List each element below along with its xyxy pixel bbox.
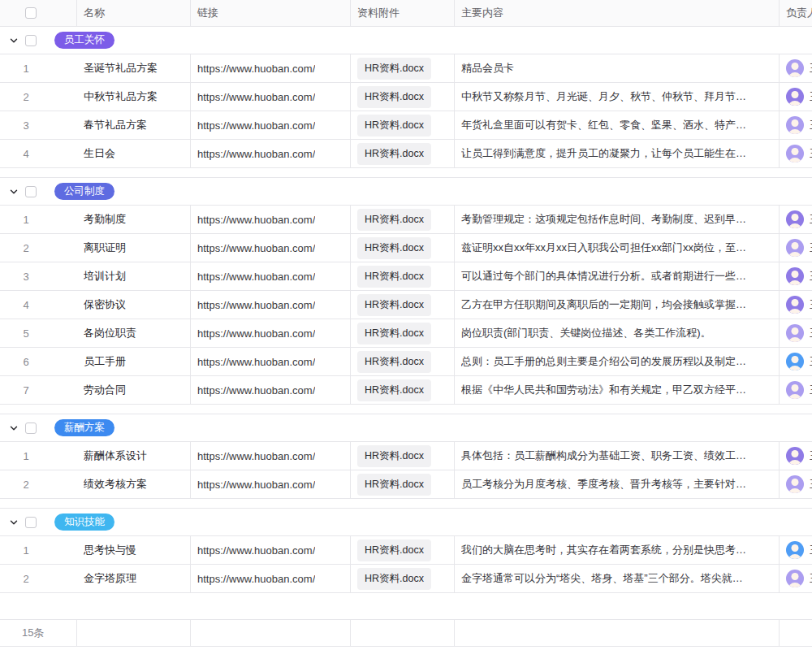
name-cell[interactable]: 1 考勤制度 [0,206,191,233]
link-cell[interactable]: https://www.huoban.com/ [191,111,351,139]
attachment-cell[interactable]: HR资料.docx [351,206,455,233]
attachment-chip[interactable]: HR资料.docx [357,143,431,165]
name-cell[interactable]: 1 薪酬体系设计 [0,442,191,470]
link-cell[interactable]: https://www.huoban.com/ [191,348,351,375]
column-header-content[interactable]: 主要内容 [455,0,780,26]
attachment-chip[interactable]: HR资料.docx [357,237,431,259]
column-header-name[interactable]: 名称 [77,0,191,26]
name-cell[interactable]: 1 思考快与慢 [0,536,191,564]
column-header-attachment[interactable]: 资料附件 [351,0,455,26]
content-cell[interactable]: 乙方在甲方任职期间及离职后的一定期间，均会接触或掌握… [455,291,780,318]
chevron-down-icon[interactable] [9,36,19,46]
column-header-owner[interactable]: 负责人 [780,0,812,26]
owner-cell[interactable]: 王 [780,54,812,82]
name-cell[interactable]: 6 员工手册 [0,348,191,375]
link-cell[interactable]: https://www.huoban.com/ [191,83,351,110]
link-cell[interactable]: https://www.huoban.com/ [191,536,351,564]
owner-cell[interactable]: 王 [780,536,812,564]
owner-cell[interactable]: 王 [780,83,812,110]
content-cell[interactable]: 我们的大脑在思考时，其实存在着两套系统，分别是快思考… [455,536,780,564]
content-cell[interactable]: 考勤管理规定：这项规定包括作息时间、考勤制度、迟到早… [455,206,780,233]
column-header-link[interactable]: 链接 [191,0,351,26]
attachment-chip[interactable]: HR资料.docx [357,474,431,496]
name-cell[interactable]: 4 保密协议 [0,291,191,318]
link-cell[interactable]: https://www.huoban.com/ [191,262,351,290]
name-cell[interactable]: 2 绩效考核方案 [0,470,191,498]
content-cell[interactable]: 岗位职责(部门职责、关键岗位描述、各类工作流程)。 [455,319,780,347]
owner-cell[interactable]: 王 [780,111,812,139]
attachment-cell[interactable]: HR资料.docx [351,442,455,470]
content-cell[interactable]: 具体包括：员工薪酬构成分为基础工资、职务工资、绩效工… [455,442,780,470]
name-cell[interactable]: 2 金字塔原理 [0,565,191,592]
group-checkbox[interactable] [25,422,37,434]
owner-cell[interactable]: 王 [780,442,812,470]
owner-cell[interactable]: 王 [780,234,812,262]
content-cell[interactable]: 让员工得到满意度，提升员工的凝聚力，让每个员工能生在… [455,140,780,167]
owner-cell[interactable]: 王 [780,319,812,347]
owner-cell[interactable]: 王 [780,291,812,318]
attachment-cell[interactable]: HR资料.docx [351,111,455,139]
owner-cell[interactable]: 王 [780,348,812,375]
owner-cell[interactable]: 王 [780,470,812,498]
content-cell[interactable]: 根据《中华人民共和国劳动法》和有关规定，甲乙双方经平… [455,376,780,404]
owner-cell[interactable]: 王 [780,206,812,233]
attachment-cell[interactable]: HR资料.docx [351,470,455,498]
owner-cell[interactable]: 王 [780,262,812,290]
attachment-chip[interactable]: HR资料.docx [357,379,431,401]
attachment-chip[interactable]: HR资料.docx [357,445,431,467]
link-cell[interactable]: https://www.huoban.com/ [191,206,351,233]
attachment-chip[interactable]: HR资料.docx [357,266,431,288]
attachment-cell[interactable]: HR资料.docx [351,319,455,347]
group-header[interactable]: 公司制度 [0,178,812,206]
attachment-chip[interactable]: HR资料.docx [357,294,431,316]
chevron-down-icon[interactable] [9,518,19,527]
attachment-chip[interactable]: HR资料.docx [357,115,431,136]
attachment-cell[interactable]: HR资料.docx [351,234,455,262]
content-cell[interactable]: 中秋节又称祭月节、月光诞、月夕、秋节、仲秋节、拜月节… [455,83,780,110]
content-cell[interactable]: 兹证明xx自xx年xx月xx日入职我公司担任xx部门xx岗位，至… [455,234,780,262]
content-cell[interactable]: 年货礼盒里面可以有贺卡、红包、零食、坚果、酒水、特产… [455,111,780,139]
attachment-cell[interactable]: HR资料.docx [351,262,455,290]
attachment-cell[interactable]: HR资料.docx [351,83,455,110]
link-cell[interactable]: https://www.huoban.com/ [191,140,351,167]
group-header[interactable]: 知识技能 [0,509,812,536]
group-checkbox[interactable] [25,186,37,197]
name-cell[interactable]: 5 各岗位职责 [0,319,191,347]
content-cell[interactable]: 金字塔通常可以分为“塔尖、塔身、塔基”三个部分。塔尖就… [455,565,780,592]
attachment-chip[interactable]: HR资料.docx [357,323,431,344]
attachment-chip[interactable]: HR资料.docx [357,58,431,80]
attachment-cell[interactable]: HR资料.docx [351,140,455,167]
name-cell[interactable]: 1 圣诞节礼品方案 [0,54,191,82]
group-header[interactable]: 薪酬方案 [0,414,812,442]
name-cell[interactable]: 7 劳动合同 [0,376,191,404]
name-cell[interactable]: 3 春节礼品方案 [0,111,191,139]
name-cell[interactable]: 2 离职证明 [0,234,191,262]
chevron-down-icon[interactable] [9,423,19,433]
group-header[interactable]: 员工关怀 [0,27,812,54]
attachment-cell[interactable]: HR资料.docx [351,565,455,592]
link-cell[interactable]: https://www.huoban.com/ [191,319,351,347]
link-cell[interactable]: https://www.huoban.com/ [191,376,351,404]
attachment-chip[interactable]: HR资料.docx [357,351,431,373]
owner-cell[interactable]: 王 [780,565,812,592]
name-cell[interactable]: 3 培训计划 [0,262,191,290]
link-cell[interactable]: https://www.huoban.com/ [191,234,351,262]
link-cell[interactable]: https://www.huoban.com/ [191,442,351,470]
select-all-checkbox[interactable] [25,7,37,19]
group-checkbox[interactable] [25,35,37,46]
owner-cell[interactable]: 王 [780,140,812,167]
attachment-chip[interactable]: HR资料.docx [357,568,431,590]
attachment-chip[interactable]: HR资料.docx [357,86,431,108]
attachment-cell[interactable]: HR资料.docx [351,291,455,318]
content-cell[interactable]: 精品会员卡 [455,54,780,82]
link-cell[interactable]: https://www.huoban.com/ [191,470,351,498]
owner-cell[interactable]: 王 [780,376,812,404]
content-cell[interactable]: 员工考核分为月度考核、季度考核、晋升考核等，主要针对… [455,470,780,498]
attachment-cell[interactable]: HR资料.docx [351,536,455,564]
attachment-chip[interactable]: HR资料.docx [357,209,431,231]
content-cell[interactable]: 可以通过每个部门的具体情况进行分析。或者前期进行一些… [455,262,780,290]
link-cell[interactable]: https://www.huoban.com/ [191,291,351,318]
attachment-cell[interactable]: HR资料.docx [351,376,455,404]
attachment-chip[interactable]: HR资料.docx [357,540,431,561]
link-cell[interactable]: https://www.huoban.com/ [191,54,351,82]
